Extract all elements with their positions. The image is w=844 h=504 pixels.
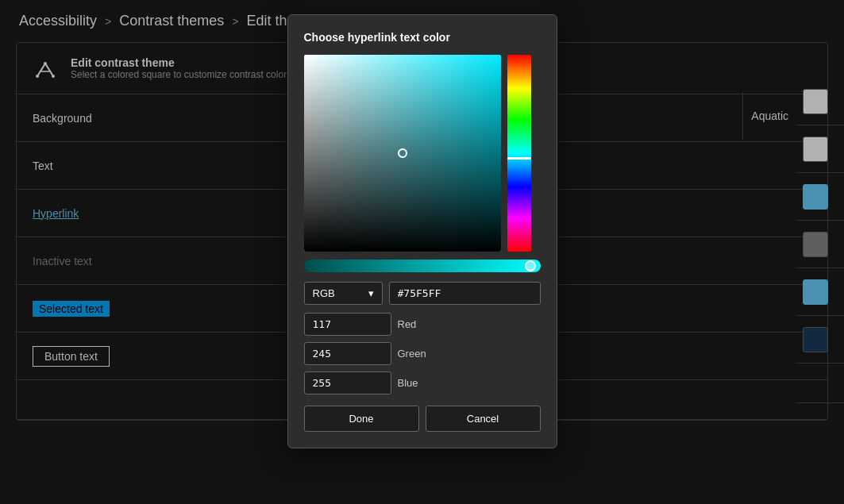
chevron-down-icon: ▾	[368, 287, 374, 299]
red-input[interactable]	[304, 313, 391, 336]
color-picker-dialog: Choose hyperlink text color RGB ▾	[287, 14, 557, 448]
color-model-row: RGB ▾	[304, 282, 541, 305]
picker-area	[304, 55, 541, 252]
model-label: RGB	[313, 287, 335, 299]
green-label: Green	[398, 348, 430, 360]
dialog-overlay: Choose hyperlink text color RGB ▾	[0, 0, 844, 504]
dialog-buttons: Done Cancel	[304, 406, 541, 432]
red-label: Red	[398, 318, 430, 330]
blue-row: Blue	[304, 371, 541, 394]
saturation-slider-container	[304, 260, 541, 272]
dialog-title: Choose hyperlink text color	[304, 31, 541, 44]
blue-input[interactable]	[304, 371, 391, 394]
hue-indicator	[507, 157, 531, 160]
blue-label: Blue	[398, 377, 430, 389]
green-row: Green	[304, 342, 541, 365]
hex-input[interactable]	[389, 282, 541, 305]
green-input[interactable]	[304, 342, 391, 365]
done-button[interactable]: Done	[304, 406, 419, 432]
saturation-thumb[interactable]	[525, 260, 536, 271]
cancel-button[interactable]: Cancel	[426, 406, 541, 432]
color-model-select[interactable]: RGB ▾	[304, 282, 383, 305]
saturation-slider[interactable]	[304, 260, 541, 272]
color-gradient[interactable]	[304, 55, 501, 252]
hue-strip[interactable]	[507, 55, 531, 252]
red-row: Red	[304, 313, 541, 336]
